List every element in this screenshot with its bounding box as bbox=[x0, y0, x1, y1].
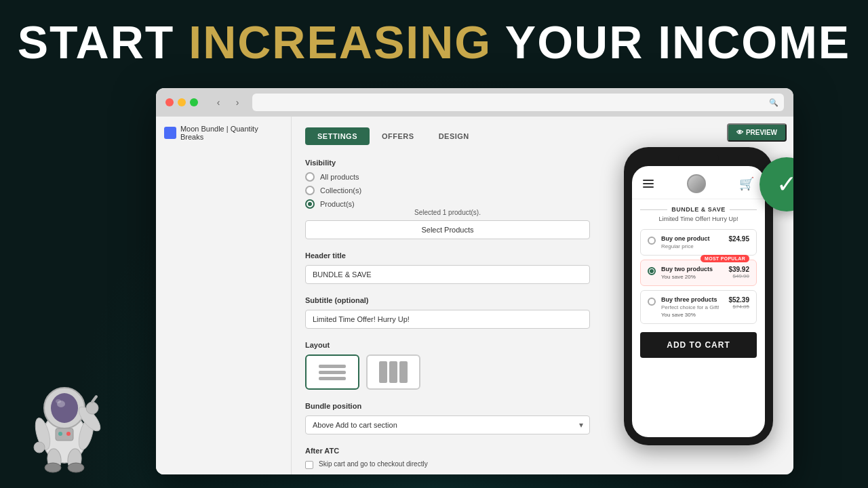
bundle-option-1-price: $24.95 bbox=[728, 235, 749, 243]
header-title-label: Header title bbox=[305, 251, 590, 260]
radio-products-circle bbox=[305, 199, 315, 209]
radio-products[interactable]: Product(s) bbox=[305, 199, 590, 209]
bundle-option-3[interactable]: Buy three products Perfect choice for a … bbox=[640, 290, 757, 324]
subtitle-section: Subtitle (optional) bbox=[305, 296, 590, 329]
radio-collections[interactable]: Collection(s) bbox=[305, 186, 590, 195]
col-line-3 bbox=[399, 361, 408, 383]
phone-frame: 🛒 BUNDLE & SAVE Limited Time Offer! Hurr… bbox=[624, 147, 773, 445]
header-title-input[interactable] bbox=[305, 265, 590, 284]
bundle-title-line: BUNDLE & SAVE bbox=[640, 206, 757, 213]
hamburger-line-1 bbox=[643, 180, 654, 181]
phone-nav: 🛒 bbox=[632, 166, 765, 199]
svg-point-8 bbox=[86, 402, 98, 414]
bundle-option-2-price: $39.92 $49.90 bbox=[728, 266, 749, 279]
bundle-widget: BUNDLE & SAVE Limited Time Offer! Hurry … bbox=[632, 199, 765, 365]
tab-offers[interactable]: OFFERS bbox=[370, 127, 427, 145]
close-button[interactable] bbox=[165, 98, 174, 106]
add-to-cart-button[interactable]: ADD TO CART bbox=[640, 332, 757, 358]
row-line-3 bbox=[319, 377, 346, 380]
tabs-bar: SETTINGS OFFERS DESIGN bbox=[305, 127, 590, 145]
bundle-option-1[interactable]: Buy one product Regular price $24.95 bbox=[640, 229, 757, 256]
main-settings-panel: SETTINGS OFFERS DESIGN Visibility All pr… bbox=[292, 117, 604, 474]
bundle-option-2-name: Buy two products bbox=[661, 266, 723, 272]
visibility-radio-group: All products Collection(s) Product(s) bbox=[305, 172, 590, 209]
after-atc-label: After ATC bbox=[305, 447, 590, 455]
bundle-line-left bbox=[640, 209, 667, 210]
browser-chrome: ‹ › 🔍 bbox=[156, 88, 793, 117]
svg-point-11 bbox=[45, 463, 61, 472]
phone-notch bbox=[678, 155, 719, 161]
bundle-option-2-info: Buy two products You save 20% bbox=[661, 266, 723, 280]
hamburger-icon[interactable] bbox=[643, 180, 654, 188]
radio-all-products[interactable]: All products bbox=[305, 172, 590, 182]
layout-options bbox=[305, 354, 590, 390]
bundle-option-1-price-main: $24.95 bbox=[728, 235, 749, 243]
bundle-position-wrapper: Above Add to cart section bbox=[305, 415, 590, 434]
sidebar-logo: Moon Bundle | Quantity Breaks bbox=[164, 125, 283, 141]
phone-preview-section: 👁 PREVIEW ✓ 🛒 bbox=[604, 117, 793, 474]
bundle-subtitle: Limited Time Offer! Hurry Up! bbox=[640, 216, 757, 222]
header-title-section: Header title bbox=[305, 251, 590, 284]
col-line-2 bbox=[389, 361, 397, 383]
preview-eye-icon: 👁 bbox=[736, 129, 743, 136]
nav-arrows: ‹ › bbox=[210, 94, 245, 110]
bundle-option-1-sub: Regular price bbox=[661, 243, 723, 249]
skip-cart-checkbox-item: Skip cart and go to checkout directly bbox=[305, 460, 590, 469]
bundle-radio-1 bbox=[648, 237, 656, 245]
row-line-2 bbox=[319, 371, 346, 374]
bundle-option-3-info: Buy three products Perfect choice for a … bbox=[661, 296, 723, 318]
traffic-lights bbox=[165, 98, 198, 106]
globe-icon bbox=[687, 174, 706, 193]
minimize-button[interactable] bbox=[178, 98, 186, 106]
logo-icon bbox=[164, 127, 176, 139]
browser-window: ‹ › 🔍 Moon Bundle | Quantity Breaks SETT… bbox=[156, 88, 793, 474]
bundle-option-2-save: You save 20% bbox=[661, 274, 723, 280]
visibility-section: Visibility All products Collection(s) Pr… bbox=[305, 159, 590, 239]
radio-all-products-circle bbox=[305, 172, 315, 182]
svg-point-15 bbox=[66, 432, 71, 436]
bundle-option-2-price-main: $39.92 bbox=[728, 266, 749, 273]
sidebar-title: Moon Bundle | Quantity Breaks bbox=[180, 125, 283, 141]
bundle-option-1-name: Buy one product bbox=[661, 235, 723, 242]
after-atc-section: After ATC Skip cart and go to checkout d… bbox=[305, 447, 590, 469]
bundle-position-select[interactable]: Above Add to cart section bbox=[305, 415, 590, 434]
skip-cart-checkbox[interactable] bbox=[305, 461, 313, 469]
bundle-option-3-price-original: $74.85 bbox=[728, 304, 749, 310]
subtitle-input[interactable] bbox=[305, 310, 590, 329]
phone-screen: 🛒 BUNDLE & SAVE Limited Time Offer! Hurr… bbox=[632, 166, 765, 437]
bundle-title-text: BUNDLE & SAVE bbox=[671, 206, 725, 213]
svg-point-2 bbox=[51, 393, 78, 423]
bundle-line-right bbox=[730, 209, 757, 210]
layout-cols-icon bbox=[379, 361, 408, 383]
svg-rect-13 bbox=[56, 428, 73, 441]
select-products-button[interactable]: Select Products bbox=[305, 220, 590, 239]
selected-count-text: Selected 1 product(s). bbox=[305, 209, 590, 216]
browser-content: Moon Bundle | Quantity Breaks SETTINGS O… bbox=[156, 117, 793, 474]
bundle-option-2[interactable]: MOST POPULAR Buy two products You save 2… bbox=[640, 260, 757, 286]
back-button[interactable]: ‹ bbox=[210, 94, 226, 110]
svg-point-16 bbox=[56, 399, 61, 403]
svg-line-17 bbox=[92, 396, 96, 402]
layout-section: Layout bbox=[305, 341, 590, 390]
preview-button[interactable]: 👁 PREVIEW bbox=[727, 123, 787, 142]
forward-button[interactable]: › bbox=[229, 94, 245, 110]
svg-point-12 bbox=[68, 463, 84, 472]
row-line-1 bbox=[319, 365, 346, 368]
hamburger-line-3 bbox=[643, 186, 654, 188]
maximize-button[interactable] bbox=[190, 98, 198, 106]
svg-point-14 bbox=[58, 432, 62, 436]
bundle-option-1-info: Buy one product Regular price bbox=[661, 235, 723, 249]
tab-design[interactable]: DESIGN bbox=[427, 127, 481, 145]
layout-cols-option[interactable] bbox=[366, 354, 420, 390]
tab-settings[interactable]: SETTINGS bbox=[305, 127, 370, 145]
cart-icon[interactable]: 🛒 bbox=[739, 176, 754, 191]
bundle-radio-3 bbox=[648, 298, 656, 306]
popular-badge: MOST POPULAR bbox=[701, 255, 749, 262]
bundle-option-3-sub: Perfect choice for a Gift! bbox=[661, 304, 723, 310]
astronaut bbox=[20, 366, 108, 474]
layout-rows-option[interactable] bbox=[305, 354, 359, 390]
layout-rows-icon bbox=[319, 365, 346, 380]
visibility-label: Visibility bbox=[305, 159, 590, 167]
bundle-option-3-price-main: $52.39 bbox=[728, 296, 749, 304]
address-bar[interactable]: 🔍 bbox=[252, 94, 784, 111]
